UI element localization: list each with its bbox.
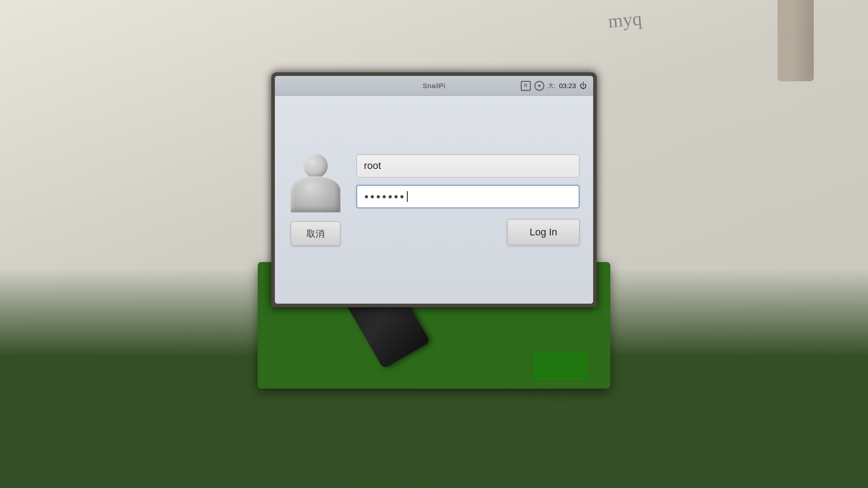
app-title: SnailPi (423, 82, 445, 89)
password-cursor (407, 191, 408, 202)
r-icon: R (521, 81, 531, 91)
avatar-head (303, 154, 328, 178)
lcd-screen: SnailPi R ✦ 大. 03:23 ⏻ (275, 76, 593, 304)
clock: 03:23 (559, 82, 576, 89)
main-content: 取消 root ••••••• Log In (275, 96, 593, 304)
avatar-section: 取消 (288, 154, 343, 246)
screen-housing: SnailPi R ✦ 大. 03:23 ⏻ (271, 72, 597, 307)
font-size-indicator: 大. (548, 82, 556, 90)
power-icon: ⏻ (580, 82, 587, 90)
avatar-body (291, 176, 340, 212)
login-form: root ••••••• Log In (356, 154, 580, 245)
bluetooth-icon: ✦ (534, 81, 544, 91)
username-field[interactable]: root (356, 154, 580, 178)
taskbar: SnailPi R ✦ 大. 03:23 ⏻ (275, 76, 593, 96)
handwriting-text: myq (607, 8, 643, 32)
usb-connector-top (778, 0, 814, 81)
pcb-accent (533, 352, 588, 380)
cancel-button[interactable]: 取消 (291, 221, 340, 246)
device-wrapper: SnailPi R ✦ 大. 03:23 ⏻ (249, 72, 619, 389)
taskbar-right: R ✦ 大. 03:23 ⏻ (521, 81, 587, 91)
user-avatar (288, 154, 343, 212)
login-button[interactable]: Log In (507, 219, 580, 245)
password-field[interactable]: ••••••• (356, 185, 580, 208)
